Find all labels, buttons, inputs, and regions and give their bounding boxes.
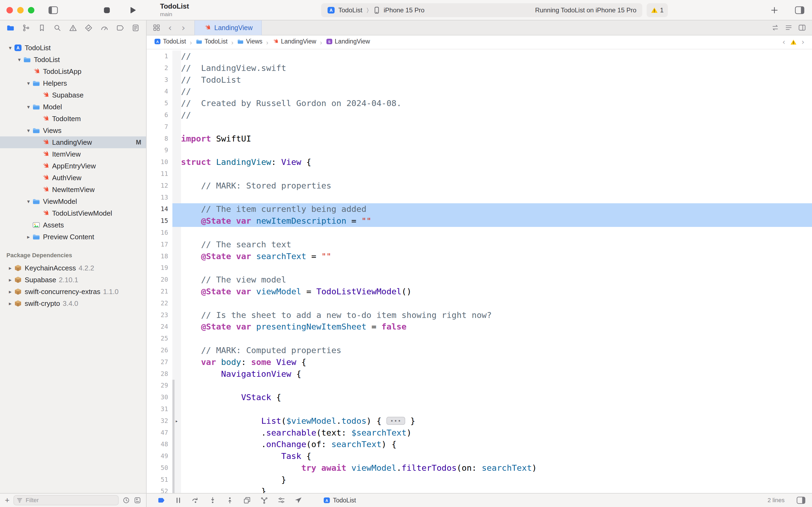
breadcrumb-item-landingview[interactable]: LandingView (272, 38, 316, 45)
fold-ribbon[interactable] (172, 168, 181, 180)
navigator-item-authview[interactable]: AuthView (0, 172, 146, 184)
code-line-13[interactable]: 13 (147, 192, 812, 204)
fold-ribbon[interactable] (172, 145, 181, 156)
code-line-4[interactable]: 4// (147, 86, 812, 98)
filter-field[interactable] (13, 495, 119, 505)
fold-ribbon[interactable] (172, 297, 181, 309)
fold-ribbon[interactable] (172, 62, 181, 74)
source-editor[interactable]: 1//2// LandingView.swift3// TodoList4//5… (147, 49, 812, 493)
scheme-activity-bar[interactable]: A TodoList 〉 iPhone 15 Pro Running TodoL… (321, 3, 642, 17)
issues-badge[interactable]: 1 (647, 3, 668, 17)
fold-ribbon[interactable] (172, 239, 181, 250)
bookmarks-navigator-tab[interactable] (38, 24, 46, 32)
code-line-14[interactable]: 14 // The item currently being added (147, 203, 812, 215)
zoom-button[interactable] (28, 7, 35, 13)
code-line-20[interactable]: 20 // The view model (147, 274, 812, 286)
fold-ribbon[interactable] (172, 203, 181, 215)
code-line-9[interactable]: 9 (147, 145, 812, 156)
toggle-inspector-button[interactable] (793, 0, 807, 20)
package-item-swift-concurrency-extras[interactable]: ▸swift-concurrency-extras1.1.0 (0, 286, 146, 297)
fold-ribbon[interactable] (172, 215, 181, 227)
disclosure-icon[interactable]: ▸ (25, 234, 32, 239)
breakpoints-toggle-button[interactable] (157, 493, 165, 507)
code-line-3[interactable]: 3// TodoList (147, 74, 812, 86)
navigator-item-todolist[interactable]: ▾TodoList (0, 54, 146, 65)
run-destination[interactable]: iPhone 15 Pro (384, 6, 424, 14)
code-line-22[interactable]: 22 (147, 297, 812, 309)
navigator-item-itemview[interactable]: ItemView (0, 148, 146, 160)
fold-ribbon[interactable] (172, 156, 181, 168)
previous-issue-button[interactable]: ‹ (782, 39, 786, 46)
minimize-button[interactable] (17, 7, 23, 13)
navigator-item-todolistapp[interactable]: TodoListApp (0, 65, 146, 77)
forward-button[interactable]: › (177, 20, 190, 35)
toggle-navigator-button[interactable] (46, 0, 60, 20)
close-button[interactable] (6, 7, 13, 13)
fold-ribbon[interactable] (172, 380, 181, 392)
code-line-48[interactable]: 48 .onChange(of: searchText) { (147, 439, 812, 450)
fold-ribbon[interactable] (172, 121, 181, 133)
fold-ribbon[interactable] (172, 392, 181, 403)
code-line-17[interactable]: 17 // The search text (147, 239, 812, 250)
code-line-8[interactable]: 8import SwiftUI (147, 133, 812, 145)
fold-ribbon[interactable] (172, 180, 181, 192)
fold-ribbon[interactable] (172, 51, 181, 62)
code-line-26[interactable]: 26 // MARK: Computed properties (147, 344, 812, 356)
navigator-item-viewmodel[interactable]: ▾ViewModel (0, 195, 146, 207)
code-line-11[interactable]: 11 (147, 168, 812, 180)
navigator-item-appentryview[interactable]: AppEntryView (0, 160, 146, 172)
breadcrumb-item-landingview[interactable]: SLandingView (326, 38, 370, 45)
code-line-6[interactable]: 6// (147, 109, 812, 121)
fold-ribbon[interactable] (172, 439, 181, 450)
fold-ribbon[interactable] (172, 227, 181, 239)
filter-input[interactable] (25, 496, 115, 504)
package-item-keychainaccess[interactable]: ▸KeychainAccess4.2.2 (0, 262, 146, 274)
fold-ribbon[interactable] (172, 74, 181, 86)
code-line-51[interactable]: 51 } (147, 474, 812, 486)
running-process-chip[interactable]: A TodoList (323, 497, 356, 504)
code-line-50[interactable]: 50 try await viewModel.filterTodos(on: s… (147, 462, 812, 474)
environment-overrides-button[interactable] (277, 493, 286, 507)
fold-ribbon[interactable] (172, 474, 181, 486)
fold-ribbon[interactable] (172, 109, 181, 121)
library-add-button[interactable] (767, 0, 781, 20)
fold-ribbon[interactable] (172, 462, 181, 474)
reports-navigator-tab[interactable] (131, 24, 139, 32)
project-navigator-tab[interactable] (6, 24, 14, 32)
fold-ribbon[interactable] (172, 274, 181, 286)
code-line-31[interactable]: 31 (147, 403, 812, 415)
memory-graph-button[interactable] (260, 493, 269, 507)
disclosure-icon[interactable]: ▾ (25, 199, 32, 204)
step-over-button[interactable] (191, 493, 200, 507)
disclosure-icon[interactable]: ▾ (6, 45, 14, 51)
scheme-name[interactable]: TodoList (338, 6, 362, 14)
code-review-button[interactable] (768, 20, 782, 35)
adjust-editor-button[interactable] (782, 20, 795, 35)
code-line-25[interactable]: 25 (147, 333, 812, 344)
disclosure-icon[interactable]: ▸ (6, 277, 14, 282)
back-button[interactable]: ‹ (163, 20, 177, 35)
fold-ribbon[interactable] (172, 368, 181, 380)
next-issue-button[interactable]: › (802, 39, 805, 46)
disclosure-icon[interactable]: ▸ (6, 301, 14, 306)
step-into-button[interactable] (209, 493, 217, 507)
source-control-navigator-tab[interactable] (22, 24, 30, 32)
navigator-item-supabase[interactable]: Supabase (0, 89, 146, 101)
find-navigator-tab[interactable] (53, 24, 61, 32)
step-out-button[interactable] (226, 493, 234, 507)
breadcrumb-item-views[interactable]: Views (237, 38, 263, 45)
code-line-23[interactable]: 23 // Is the sheet to add a new to-do it… (147, 309, 812, 321)
fold-ribbon[interactable] (172, 427, 181, 439)
navigator-item-preview-content[interactable]: ▸Preview Content (0, 231, 146, 243)
code-line-2[interactable]: 2// LandingView.swift (147, 62, 812, 74)
navigator-item-landingview[interactable]: LandingViewM (0, 136, 146, 148)
source-control-filter-button[interactable] (134, 497, 141, 504)
navigator-item-todolistviewmodel[interactable]: TodoListViewModel (0, 207, 146, 219)
folded-code-chip[interactable]: ••• (387, 417, 405, 425)
navigator-item-assets[interactable]: Assets (0, 219, 146, 231)
code-line-19[interactable]: 19 (147, 262, 812, 274)
code-line-32[interactable]: 32▸ List($viewModel.todos) { ••• } (147, 415, 812, 427)
simulate-location-button[interactable] (294, 493, 303, 507)
code-line-15[interactable]: 15 @State var newItemDescription = "" (147, 215, 812, 227)
fold-ribbon[interactable] (172, 403, 181, 415)
